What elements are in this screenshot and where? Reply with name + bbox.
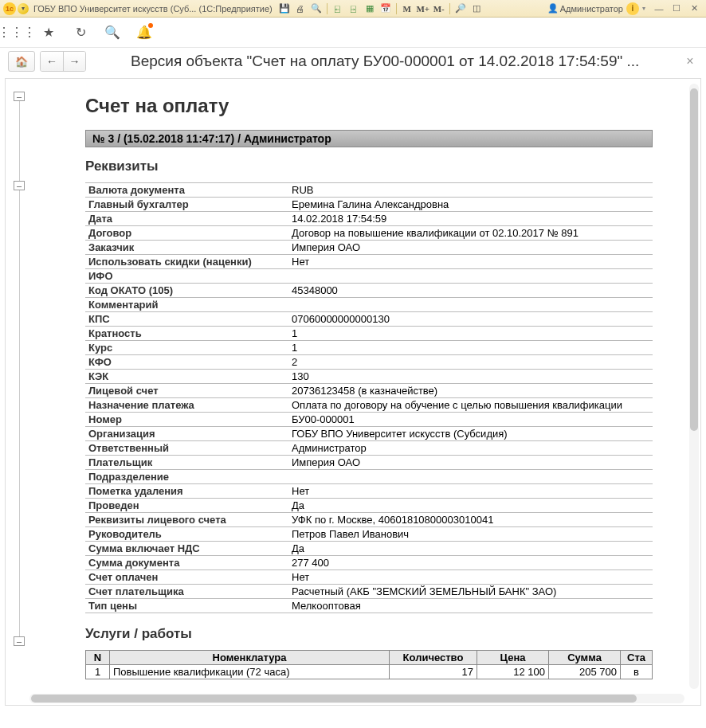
requisite-value: Мелкооптовая: [288, 599, 653, 613]
requisite-value: RUB: [288, 183, 653, 198]
requisite-value: 2: [288, 355, 653, 370]
calendar-icon[interactable]: 📅: [378, 2, 393, 15]
services-heading: Услуги / работы: [85, 626, 688, 642]
maximize-button[interactable]: ☐: [668, 2, 685, 15]
services-cell: 205 700: [549, 665, 621, 679]
requisite-key: Подразделение: [85, 470, 288, 484]
compare-icon[interactable]: ⍈: [347, 2, 361, 15]
requisite-value: Нет: [288, 255, 653, 269]
apps-grid-icon[interactable]: ⋮⋮⋮: [8, 24, 25, 41]
requisite-value: Расчетный (АКБ "ЗЕМСКИЙ ЗЕМЕЛЬНЫЙ БАНК" …: [288, 585, 653, 599]
requisite-key: Счет плательщика: [85, 585, 288, 599]
requisite-key: КФО: [85, 355, 288, 370]
requisite-key: Организация: [85, 427, 288, 441]
requisite-value: Петров Павел Иванович: [288, 527, 653, 542]
close-page-button[interactable]: ×: [682, 53, 698, 69]
memory-mminus-button[interactable]: M-: [432, 2, 446, 15]
services-header: Сумма: [549, 651, 621, 665]
close-window-button[interactable]: ✕: [685, 2, 703, 15]
services-cell: 17: [390, 665, 477, 679]
services-cell: Повышение квалификации (72 часа): [110, 665, 390, 679]
nav-back-forward: ← →: [40, 51, 86, 72]
requisites-row: Счет оплаченНет: [85, 570, 653, 585]
document-heading: Счет на оплату: [85, 95, 688, 117]
requisite-key: Проведен: [85, 499, 288, 513]
separator: [327, 3, 328, 14]
requisites-row: ПроведенДа: [85, 499, 653, 513]
requisite-value: 14.02.2018 17:54:59: [288, 212, 653, 226]
requisites-row: Комментарий: [85, 298, 653, 312]
requisite-key: Лицевой счет: [85, 384, 288, 398]
memory-m-button[interactable]: M: [400, 2, 414, 15]
requisites-row: РуководительПетров Павел Иванович: [85, 527, 653, 542]
requisite-value: Империя ОАО: [288, 241, 653, 255]
requisite-value: Да: [288, 542, 653, 556]
page-title: Версия объекта "Счет на оплату БУ00-0000…: [91, 53, 677, 70]
requisites-row: Кратность1: [85, 327, 653, 341]
print-icon[interactable]: 🖨: [293, 2, 308, 15]
user-block: 👤 Администратор i ▾ — ☐ ✕: [547, 2, 703, 15]
requisite-value: [288, 470, 653, 484]
horizontal-scrollbar[interactable]: [29, 694, 684, 703]
services-header: N: [86, 651, 110, 665]
requisite-key: Сумма документа: [85, 556, 288, 570]
requisite-value: 130: [288, 370, 653, 384]
document-scroll[interactable]: Счет на оплату № 3 / (15.02.2018 11:47:1…: [6, 79, 688, 692]
scrollbar-thumb[interactable]: [690, 88, 698, 431]
memory-mplus-button[interactable]: M+: [416, 2, 430, 15]
requisite-key: Договор: [85, 226, 288, 241]
nav-back-button[interactable]: ←: [41, 52, 63, 71]
requisite-key: Плательщик: [85, 456, 288, 470]
home-button[interactable]: 🏠: [8, 51, 35, 72]
services-cell: в: [621, 665, 653, 679]
requisites-row: НомерБУ00-000001: [85, 413, 653, 427]
history-icon[interactable]: ↻: [72, 24, 89, 41]
requisite-value: ГОБУ ВПО Университет искусств (Субсидия): [288, 427, 653, 441]
separator: [396, 3, 397, 14]
requisite-key: Использовать скидки (наценки): [85, 255, 288, 269]
requisite-value: Оплата по договору на обучение с целью п…: [288, 398, 653, 413]
requisite-value: БУ00-000001: [288, 413, 653, 427]
requisite-key: Курс: [85, 341, 288, 355]
separator: [449, 3, 450, 14]
requisite-value: Империя ОАО: [288, 456, 653, 470]
user-icon: 👤: [547, 3, 559, 14]
requisite-key: Счет оплачен: [85, 570, 288, 585]
requisites-row: ОтветственныйАдминистратор: [85, 441, 653, 456]
favorites-star-icon[interactable]: ★: [40, 24, 57, 41]
requisite-key: Комментарий: [85, 298, 288, 312]
scrollbar-thumb[interactable]: [31, 695, 637, 703]
main-toolbar: ⋮⋮⋮ ★ ↻ 🔍 🔔: [0, 18, 706, 48]
requisite-key: Валюта документа: [85, 183, 288, 198]
link-icon[interactable]: ⍇: [331, 2, 345, 15]
requisite-key: Дата: [85, 212, 288, 226]
minimize-button[interactable]: —: [650, 2, 668, 15]
search-toolbar-icon[interactable]: 🔍: [104, 24, 121, 41]
app-menu-dropdown[interactable]: ▾: [18, 3, 29, 14]
notifications-bell-icon[interactable]: 🔔: [135, 24, 153, 41]
zoom-icon[interactable]: 🔎: [453, 2, 468, 15]
vertical-scrollbar[interactable]: [689, 84, 699, 689]
requisite-key: Код ОКАТО (105): [85, 284, 288, 298]
save-icon[interactable]: 💾: [277, 2, 292, 15]
requisite-key: Кратность: [85, 327, 288, 341]
requisite-key: Сумма включает НДС: [85, 542, 288, 556]
grid-icon[interactable]: ▦: [363, 2, 377, 15]
requisite-value: [288, 298, 653, 312]
requisites-row: Главный бухгалтерЕремина Галина Александ…: [85, 198, 653, 212]
requisites-row: Курс1: [85, 341, 653, 355]
panels-icon[interactable]: ◫: [469, 2, 484, 15]
requisite-key: КПС: [85, 312, 288, 327]
info-icon[interactable]: i: [626, 2, 639, 15]
requisites-row: ОрганизацияГОБУ ВПО Университет искусств…: [85, 427, 653, 441]
search-icon[interactable]: 🔍: [309, 2, 324, 15]
user-name[interactable]: Администратор: [560, 4, 623, 14]
requisite-key: Заказчик: [85, 241, 288, 255]
info-dropdown-icon[interactable]: ▾: [642, 5, 645, 12]
requisites-row: Назначение платежаОплата по договору на …: [85, 398, 653, 413]
nav-forward-button[interactable]: →: [63, 52, 85, 71]
requisite-key: Тип цены: [85, 599, 288, 613]
requisites-row: Валюта документаRUB: [85, 183, 653, 198]
requisite-value: 20736123458 (в казначействе): [288, 384, 653, 398]
requisites-row: Сумма включает НДСДа: [85, 542, 653, 556]
